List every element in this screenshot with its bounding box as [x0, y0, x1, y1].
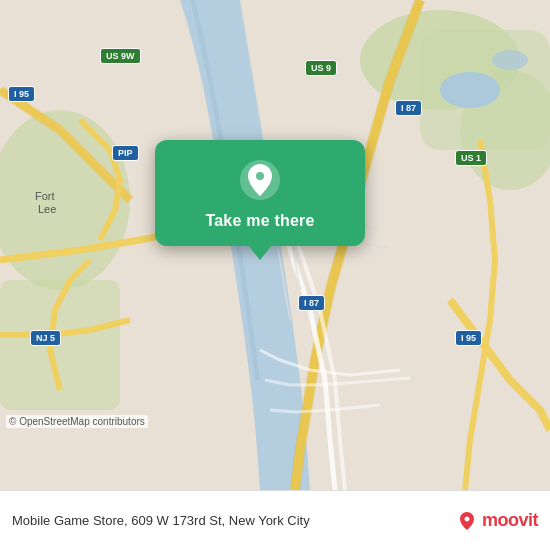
- map: Fort Lee US 9W PIP US 9 I 95 I 87 US 1 I…: [0, 0, 550, 490]
- location-pin-icon: [238, 158, 282, 202]
- moovit-logo: moovit: [456, 510, 538, 532]
- bottom-bar: Mobile Game Store, 609 W 173rd St, New Y…: [0, 490, 550, 550]
- shield-i87-top: I 87: [395, 100, 422, 116]
- osm-credit: © OpenStreetMap contributors: [6, 415, 148, 428]
- popup-card: Take me there: [155, 140, 365, 246]
- shield-pip: PIP: [112, 145, 139, 161]
- shield-nj5: NJ 5: [30, 330, 61, 346]
- svg-text:Lee: Lee: [38, 203, 56, 215]
- shield-i95-bot: I 95: [455, 330, 482, 346]
- moovit-brand-text: moovit: [482, 510, 538, 531]
- shield-us9w: US 9W: [100, 48, 141, 64]
- shield-us9: US 9: [305, 60, 337, 76]
- svg-point-7: [492, 50, 528, 70]
- svg-text:Fort: Fort: [35, 190, 55, 202]
- shield-us1: US 1: [455, 150, 487, 166]
- take-me-there-button[interactable]: Take me there: [205, 212, 314, 230]
- moovit-pin-icon: [456, 510, 478, 532]
- shield-i87-mid: I 87: [298, 295, 325, 311]
- svg-point-6: [440, 72, 500, 108]
- shield-i95-top: I 95: [8, 86, 35, 102]
- location-label: Mobile Game Store, 609 W 173rd St, New Y…: [12, 513, 448, 528]
